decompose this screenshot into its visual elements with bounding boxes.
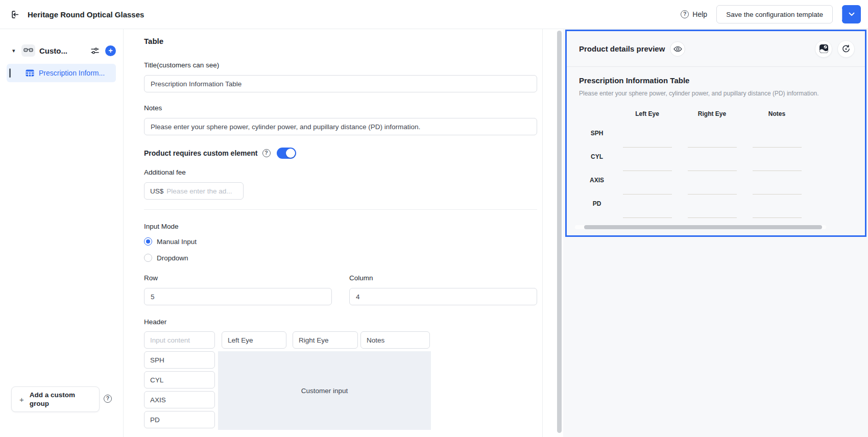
fee-field-label: Additional fee [144,168,537,178]
preview-column-header: Left Eye [615,110,680,117]
radio-selected-icon [144,237,152,246]
preview-input-field[interactable] [615,212,680,218]
input-underline [753,212,802,218]
save-template-button[interactable]: Save the configuration template [716,5,833,23]
input-underline [688,165,737,171]
scrollbar-thumb[interactable] [584,225,822,229]
preview-column-headers: Left Eye Right Eye Notes [579,104,853,124]
preview-row-header: CYL [579,153,615,160]
toggle-knob [286,149,295,158]
table-icon [26,69,34,77]
customer-input-area: Customer input [218,351,431,430]
preview-column-header: Right Eye [680,110,744,117]
grid-corner-input[interactable] [144,331,215,349]
input-mode-label: Input Mode [144,223,537,232]
notes-field-label: Notes [144,104,537,113]
back-icon [10,10,20,19]
preview-input-field[interactable] [680,188,744,195]
fee-input-group: US$ [144,182,244,200]
group-settings-button[interactable] [90,45,100,56]
notes-input[interactable] [144,118,537,135]
grid-row-header-input[interactable] [144,351,215,369]
add-group-help-icon[interactable]: ? [104,395,112,403]
drag-handle[interactable] [9,68,11,78]
column-count-input[interactable] [349,288,537,305]
radio-dropdown-label: Dropdown [157,254,188,262]
help-link[interactable]: ? Help [681,10,707,18]
row-count-input[interactable] [144,288,332,305]
main-content: Table Title(customers can see) Notes Pro… [124,29,543,437]
preview-input-field[interactable] [744,188,809,195]
caret-down-icon[interactable]: ▾ [12,47,19,54]
preview-column-header: Notes [744,110,809,117]
grid-row-header-input[interactable] [144,391,215,408]
preview-table-row: PD [579,195,853,218]
grid-row-header-input[interactable] [144,411,215,428]
radio-dropdown[interactable]: Dropdown [144,253,537,263]
sidebar-item-prescription-table[interactable]: Prescription Inform... [7,64,116,82]
radio-manual-input[interactable]: Manual Input [144,236,537,247]
preview-input-field[interactable] [744,165,809,171]
preview-image-edit-button[interactable] [815,40,832,58]
grid-column-header-input[interactable] [293,331,358,349]
preview-input-field[interactable] [615,141,680,148]
column-field-label: Column [349,274,537,283]
preview-input-field[interactable] [615,188,680,195]
preview-row-header: PD [579,200,615,207]
preview-input-field[interactable] [680,141,744,148]
preview-refresh-button[interactable] [837,40,855,58]
help-icon: ? [681,10,689,18]
preview-row-header: AXIS [579,177,615,184]
header-grid: Customer input [144,331,431,428]
product-details-preview-panel: Product details preview [565,30,866,237]
preview-table-row: AXIS [579,171,853,195]
grid-row-header-input[interactable] [144,371,215,389]
back-button[interactable] [8,8,21,21]
grid-column-header-input[interactable] [360,331,430,349]
divider [144,209,537,210]
vertical-scrollbar[interactable] [557,31,562,433]
input-underline [623,165,672,171]
preview-input-field[interactable] [680,165,744,171]
preview-input-field[interactable] [615,165,680,171]
eye-icon [673,46,682,52]
input-underline [753,165,802,171]
input-underline [623,188,672,195]
preview-table-description: Please enter your sphere power, cylinder… [579,90,853,98]
help-label: Help [692,10,707,18]
input-underline [688,188,737,195]
page-title: Heritage Round Optical Glasses [28,10,144,19]
grid-column-header-input[interactable] [222,331,286,349]
title-input[interactable] [144,75,537,92]
preview-input-field[interactable] [744,212,809,218]
sidebar-group-custom[interactable]: ▾ Custo... + [0,40,123,61]
preview-panel-title: Product details preview [579,44,665,53]
section-title: Table [144,37,537,47]
scrollbar-thumb[interactable] [557,31,562,433]
add-custom-group-button[interactable]: + Add a custom group [11,386,100,412]
top-header-bar: Heritage Round Optical Glasses ? Help Sa… [0,0,868,29]
input-underline [688,141,737,148]
preview-horizontal-scrollbar[interactable] [575,225,826,229]
preview-input-field[interactable] [680,212,744,218]
add-element-button[interactable]: + [105,45,116,56]
radio-manual-input-label: Manual Input [157,238,197,246]
custom-element-toggle[interactable] [277,148,296,159]
save-activate-more-button[interactable] [842,5,861,23]
add-custom-group-label: Add a custom group [30,391,85,408]
fee-input[interactable] [166,187,237,195]
input-underline [623,212,672,218]
sidebar-group-label: Custo... [39,46,67,55]
custom-element-help-icon[interactable]: ? [262,149,271,157]
preview-visibility-button[interactable] [670,41,685,57]
preview-input-field[interactable] [744,141,809,148]
sidebar: ▾ Custo... + [0,29,124,437]
sidebar-item-label: Prescription Inform... [39,69,105,77]
title-field-label: Title(customers can see) [144,61,537,70]
preview-row-header: SPH [579,130,615,137]
sliders-icon [90,47,100,55]
custom-element-label: Product requires custom element [144,149,258,157]
fee-currency-prefix: US$ [150,187,163,195]
save-activate-split-button: Save and activate [842,5,861,23]
image-edit-icon [819,44,829,54]
